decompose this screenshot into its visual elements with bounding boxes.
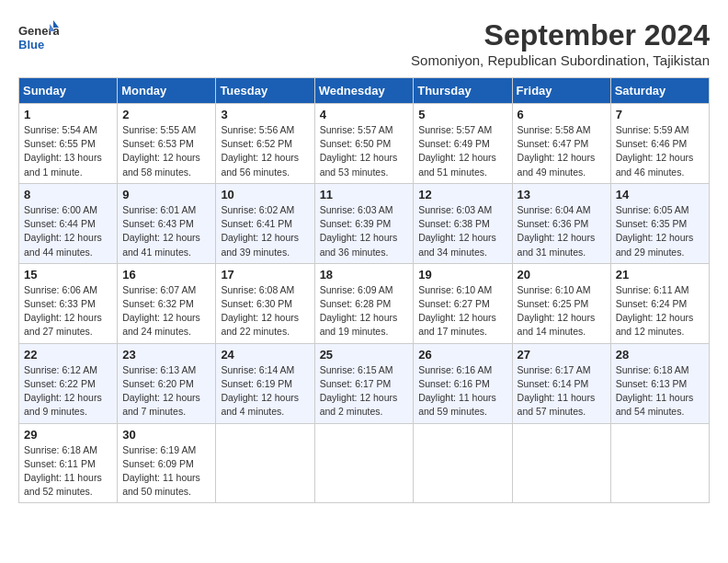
title-block: September 2024 Somoniyon, Republican Sub… [411,18,710,68]
day-info-13: Sunrise: 6:04 AM Sunset: 6:36 PM Dayligh… [518,203,606,259]
svg-text:Blue: Blue [18,38,44,52]
day-info-28: Sunrise: 6:18 AM Sunset: 6:13 PM Dayligh… [616,363,704,419]
day-number-27: 27 [518,348,606,362]
day-cell-20: 20Sunrise: 6:10 AM Sunset: 6:25 PM Dayli… [512,263,610,343]
day-info-24: Sunrise: 6:14 AM Sunset: 6:19 PM Dayligh… [221,363,309,419]
day-number-24: 24 [221,348,309,362]
day-cell-13: 13Sunrise: 6:04 AM Sunset: 6:36 PM Dayli… [512,183,610,263]
day-number-1: 1 [24,108,112,121]
weekday-header-row: SundayMondayTuesdayWednesdayThursdayFrid… [19,78,710,104]
day-info-2: Sunrise: 5:55 AM Sunset: 6:53 PM Dayligh… [122,123,210,179]
day-number-16: 16 [122,268,210,282]
day-cell-26: 26Sunrise: 6:16 AM Sunset: 6:16 PM Dayli… [414,343,512,423]
day-number-21: 21 [616,268,704,282]
day-cell-2: 2Sunrise: 5:55 AM Sunset: 6:53 PM Daylig… [118,104,216,184]
day-info-7: Sunrise: 5:59 AM Sunset: 6:46 PM Dayligh… [616,123,704,179]
day-cell-21: 21Sunrise: 6:11 AM Sunset: 6:24 PM Dayli… [610,263,709,343]
day-info-23: Sunrise: 6:13 AM Sunset: 6:20 PM Dayligh… [122,363,210,419]
empty-cell [512,423,610,503]
day-cell-19: 19Sunrise: 6:10 AM Sunset: 6:27 PM Dayli… [414,263,512,343]
day-cell-27: 27Sunrise: 6:17 AM Sunset: 6:14 PM Dayli… [512,343,610,423]
day-cell-14: 14Sunrise: 6:05 AM Sunset: 6:35 PM Dayli… [610,183,709,263]
day-info-12: Sunrise: 6:03 AM Sunset: 6:38 PM Dayligh… [418,203,506,259]
day-cell-22: 22Sunrise: 6:12 AM Sunset: 6:22 PM Dayli… [19,343,118,423]
week-row-4: 22Sunrise: 6:12 AM Sunset: 6:22 PM Dayli… [19,343,710,423]
empty-cell [216,423,314,503]
day-cell-17: 17Sunrise: 6:08 AM Sunset: 6:30 PM Dayli… [216,263,314,343]
week-row-3: 15Sunrise: 6:06 AM Sunset: 6:33 PM Dayli… [19,263,710,343]
day-info-21: Sunrise: 6:11 AM Sunset: 6:24 PM Dayligh… [616,283,704,339]
empty-cell [414,423,512,503]
logo: General Blue [18,18,59,63]
day-number-30: 30 [122,428,210,442]
weekday-sunday: Sunday [19,78,118,104]
day-info-16: Sunrise: 6:07 AM Sunset: 6:32 PM Dayligh… [122,283,210,339]
weekday-saturday: Saturday [610,78,709,104]
day-number-3: 3 [221,108,309,121]
day-cell-23: 23Sunrise: 6:13 AM Sunset: 6:20 PM Dayli… [118,343,216,423]
day-number-19: 19 [418,268,506,282]
day-cell-5: 5Sunrise: 5:57 AM Sunset: 6:49 PM Daylig… [414,104,512,184]
day-cell-6: 6Sunrise: 5:58 AM Sunset: 6:47 PM Daylig… [512,104,610,184]
day-cell-16: 16Sunrise: 6:07 AM Sunset: 6:32 PM Dayli… [118,263,216,343]
day-number-6: 6 [518,108,606,121]
day-number-10: 10 [221,188,309,201]
day-number-26: 26 [418,348,506,362]
day-cell-24: 24Sunrise: 6:14 AM Sunset: 6:19 PM Dayli… [216,343,314,423]
day-number-15: 15 [24,268,112,282]
day-cell-9: 9Sunrise: 6:01 AM Sunset: 6:43 PM Daylig… [118,183,216,263]
weekday-wednesday: Wednesday [314,78,414,104]
day-cell-3: 3Sunrise: 5:56 AM Sunset: 6:52 PM Daylig… [216,104,314,184]
day-info-5: Sunrise: 5:57 AM Sunset: 6:49 PM Dayligh… [418,123,506,179]
weekday-friday: Friday [512,78,610,104]
day-info-9: Sunrise: 6:01 AM Sunset: 6:43 PM Dayligh… [122,203,210,259]
day-info-26: Sunrise: 6:16 AM Sunset: 6:16 PM Dayligh… [418,363,506,419]
day-info-20: Sunrise: 6:10 AM Sunset: 6:25 PM Dayligh… [518,283,606,339]
day-cell-18: 18Sunrise: 6:09 AM Sunset: 6:28 PM Dayli… [314,263,414,343]
empty-cell [314,423,414,503]
day-cell-11: 11Sunrise: 6:03 AM Sunset: 6:39 PM Dayli… [314,183,414,263]
day-number-29: 29 [24,428,112,442]
day-number-17: 17 [221,268,309,282]
day-number-23: 23 [122,348,210,362]
week-row-1: 1Sunrise: 5:54 AM Sunset: 6:55 PM Daylig… [19,104,710,184]
day-cell-30: 30Sunrise: 6:19 AM Sunset: 6:09 PM Dayli… [118,423,216,503]
day-cell-29: 29Sunrise: 6:18 AM Sunset: 6:11 PM Dayli… [19,423,118,503]
day-cell-1: 1Sunrise: 5:54 AM Sunset: 6:55 PM Daylig… [19,104,118,184]
day-number-12: 12 [418,188,506,201]
day-number-18: 18 [320,268,409,282]
day-info-19: Sunrise: 6:10 AM Sunset: 6:27 PM Dayligh… [418,283,506,339]
day-info-8: Sunrise: 6:00 AM Sunset: 6:44 PM Dayligh… [24,203,112,259]
day-info-14: Sunrise: 6:05 AM Sunset: 6:35 PM Dayligh… [616,203,704,259]
day-number-9: 9 [122,188,210,201]
weekday-tuesday: Tuesday [216,78,314,104]
day-cell-10: 10Sunrise: 6:02 AM Sunset: 6:41 PM Dayli… [216,183,314,263]
day-cell-12: 12Sunrise: 6:03 AM Sunset: 6:38 PM Dayli… [414,183,512,263]
week-row-5: 29Sunrise: 6:18 AM Sunset: 6:11 PM Dayli… [19,423,710,503]
empty-cell [610,423,709,503]
day-number-11: 11 [320,188,409,201]
day-cell-15: 15Sunrise: 6:06 AM Sunset: 6:33 PM Dayli… [19,263,118,343]
day-number-2: 2 [122,108,210,121]
day-info-22: Sunrise: 6:12 AM Sunset: 6:22 PM Dayligh… [24,363,112,419]
day-number-4: 4 [320,108,409,121]
day-number-14: 14 [616,188,704,201]
day-info-1: Sunrise: 5:54 AM Sunset: 6:55 PM Dayligh… [24,123,112,179]
day-info-27: Sunrise: 6:17 AM Sunset: 6:14 PM Dayligh… [518,363,606,419]
day-info-29: Sunrise: 6:18 AM Sunset: 6:11 PM Dayligh… [24,443,112,500]
page-header: General Blue September 2024 Somoniyon, R… [18,18,710,68]
weekday-monday: Monday [118,78,216,104]
day-cell-4: 4Sunrise: 5:57 AM Sunset: 6:50 PM Daylig… [314,104,414,184]
day-info-30: Sunrise: 6:19 AM Sunset: 6:09 PM Dayligh… [122,443,210,500]
day-number-13: 13 [518,188,606,201]
day-info-18: Sunrise: 6:09 AM Sunset: 6:28 PM Dayligh… [320,283,409,339]
day-info-11: Sunrise: 6:03 AM Sunset: 6:39 PM Dayligh… [320,203,409,259]
day-number-25: 25 [320,348,409,362]
day-number-5: 5 [418,108,506,121]
subtitle: Somoniyon, Republican Subordination, Taj… [411,52,710,68]
month-title: September 2024 [411,18,710,52]
day-info-4: Sunrise: 5:57 AM Sunset: 6:50 PM Dayligh… [320,123,409,179]
day-cell-25: 25Sunrise: 6:15 AM Sunset: 6:17 PM Dayli… [314,343,414,423]
day-info-17: Sunrise: 6:08 AM Sunset: 6:30 PM Dayligh… [221,283,309,339]
day-number-28: 28 [616,348,704,362]
